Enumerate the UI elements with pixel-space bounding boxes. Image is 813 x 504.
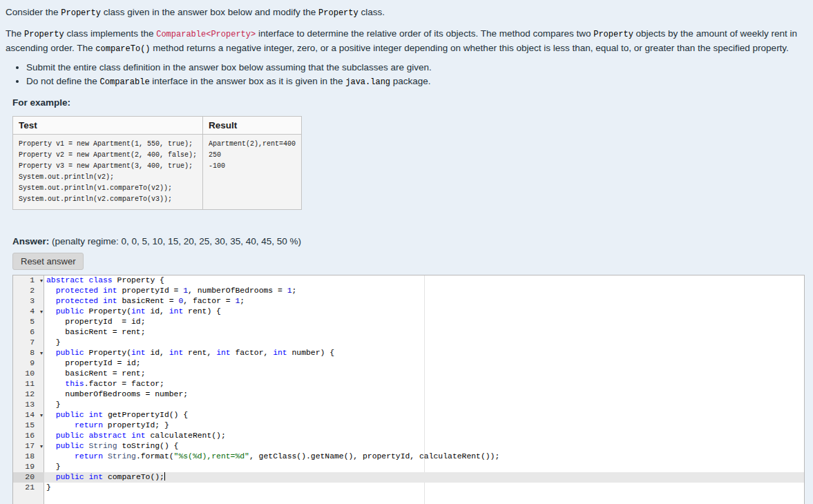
text-run: Submit the entire class definition in th… [26, 62, 432, 72]
text-run: class given in the answer box below and … [101, 7, 318, 17]
question-page: Consider the Property class given in the… [0, 0, 813, 504]
code-line-text[interactable]: } [44, 462, 804, 472]
editor-line-17[interactable]: 17▾ public String toString() { [13, 441, 804, 452]
for-example-label: For example: [12, 97, 805, 108]
editor-line-20[interactable]: 20 public int compareTo(); [13, 472, 804, 483]
line-number: 17▾ [13, 441, 44, 452]
editor-line-2[interactable]: 2 protected int propertyId = 1, numberOf… [13, 286, 804, 296]
text-run: class. [358, 7, 385, 17]
editor-line-11[interactable]: 11 this.factor = factor; [13, 379, 804, 389]
fold-arrow-icon[interactable]: ▾ [40, 348, 43, 358]
line-number-text: 19 [25, 463, 35, 471]
line-number-text: 20 [25, 473, 35, 481]
result-cell: Apartment(2),rent=400 250 -100 [203, 135, 302, 210]
line-number: 5 [13, 317, 44, 327]
code-line-text[interactable]: } [44, 338, 804, 348]
code-line-text[interactable]: basicRent = rent; [44, 369, 804, 379]
line-number-text: 14 [25, 411, 35, 419]
line-number: 4▾ [13, 307, 44, 317]
code-editor[interactable]: 1▾abstract class Property {2 protected i… [12, 275, 805, 504]
inline-code: Property [24, 30, 64, 39]
bullet-item: Do not define the Comparable interface i… [26, 75, 805, 89]
answer-label: Answer: [12, 236, 49, 246]
example-table: Test Result Property v1 = new Apartment(… [12, 116, 302, 210]
code-line-text[interactable]: basicRent = rent; [44, 327, 804, 338]
editor-line-7[interactable]: 7 } [13, 338, 804, 348]
line-number-text: 6 [30, 328, 35, 336]
text-cursor [164, 472, 165, 481]
editor-line-16[interactable]: 16 public abstract int calculateRent(); [13, 431, 804, 441]
editor-line-5[interactable]: 5 propertyId = id; [13, 317, 804, 327]
answer-heading: Answer: (penalty regime: 0, 0, 5, 10, 15… [12, 235, 805, 249]
editor-lines[interactable]: 1▾abstract class Property {2 protected i… [13, 275, 804, 493]
fold-arrow-icon[interactable]: ▾ [40, 410, 43, 420]
code-line-text[interactable]: propertyId = id; [44, 317, 804, 327]
line-number: 8▾ [13, 348, 44, 358]
result-column-header: Result [203, 117, 302, 135]
inline-code: Property [593, 30, 633, 39]
editor-line-14[interactable]: 14▾ public int getPropertyId() { [13, 410, 804, 420]
code-line-text[interactable]: return String.format("%s(%d),rent=%d", g… [44, 452, 804, 462]
editor-line-21[interactable]: 21} [13, 483, 804, 493]
inline-code: Property [61, 8, 101, 18]
editor-line-9[interactable]: 9 propertyId = id; [13, 358, 804, 369]
line-number: 18 [13, 452, 44, 462]
line-number-text: 21 [25, 483, 35, 492]
editor-line-13[interactable]: 13 } [13, 400, 804, 410]
editor-line-6[interactable]: 6 basicRent = rent; [13, 327, 804, 338]
table-row: Property v1 = new Apartment(1, 550, true… [13, 135, 302, 210]
editor-line-15[interactable]: 15 return propertyId; } [13, 420, 804, 431]
code-line-text[interactable]: this.factor = factor; [44, 379, 804, 389]
text-run: class implements the [64, 28, 157, 39]
line-number: 11 [13, 379, 44, 389]
code-line-text[interactable]: } [44, 483, 804, 493]
line-number: 21 [13, 483, 44, 493]
editor-line-3[interactable]: 3 protected int basicRent = 0, factor = … [13, 296, 804, 307]
code-line-text[interactable]: abstract class Property { [44, 275, 804, 286]
line-number-text: 5 [30, 318, 35, 326]
text-run: interface to determine the relative orde… [256, 28, 593, 39]
bullet-item: Submit the entire class definition in th… [26, 61, 805, 75]
penalty-regime-text: (penalty regime: 0, 0, 5, 10, 15, 20, 25… [52, 236, 301, 246]
code-line-text[interactable]: public String toString() { [44, 441, 804, 452]
line-number-text: 2 [30, 287, 35, 295]
question-bullet-list: Submit the entire class definition in th… [6, 61, 805, 89]
code-line-text[interactable]: propertyId = id; [44, 358, 804, 369]
text-run: Consider the [6, 7, 61, 17]
editor-line-18[interactable]: 18 return String.format("%s(%d),rent=%d"… [13, 452, 804, 462]
line-number: 13 [13, 400, 44, 410]
editor-line-1[interactable]: 1▾abstract class Property { [13, 275, 804, 286]
editor-line-10[interactable]: 10 basicRent = rent; [13, 369, 804, 379]
code-line-text[interactable]: numberOfBedrooms = number; [44, 389, 804, 400]
code-line-text[interactable]: public abstract int calculateRent(); [44, 431, 804, 441]
inline-code: Property [318, 8, 358, 18]
text-run: package. [390, 76, 431, 86]
code-line-text[interactable]: public int compareTo(); [44, 472, 804, 483]
text-run: The [6, 28, 24, 39]
code-line-text[interactable]: protected int propertyId = 1, numberOfBe… [44, 286, 804, 296]
line-number-text: 7 [30, 338, 35, 347]
fold-arrow-icon[interactable]: ▾ [40, 275, 43, 286]
code-line-text[interactable]: public Property(int id, int rent) { [44, 307, 804, 317]
fold-arrow-icon[interactable]: ▾ [40, 441, 43, 452]
line-number: 2 [13, 286, 44, 296]
code-line-text[interactable]: protected int basicRent = 0, factor = 1; [44, 296, 804, 307]
code-line-text[interactable]: return propertyId; } [44, 420, 804, 431]
code-line-text[interactable]: public Property(int id, int rent, int fa… [44, 348, 804, 358]
line-number: 7 [13, 338, 44, 348]
editor-line-8[interactable]: 8▾ public Property(int id, int rent, int… [13, 348, 804, 358]
fold-arrow-icon[interactable]: ▾ [40, 307, 43, 317]
question-paragraph-2: The Property class implements the Compar… [6, 27, 805, 56]
editor-line-12[interactable]: 12 numberOfBedrooms = number; [13, 389, 804, 400]
reset-answer-button[interactable]: Reset answer [12, 253, 84, 270]
inline-code: compareTo() [95, 44, 150, 54]
result-code: Apartment(2),rent=400 250 -100 [209, 139, 296, 172]
test-column-header: Test [13, 117, 203, 135]
line-number: 10 [13, 369, 44, 379]
editor-line-19[interactable]: 19 } [13, 462, 804, 472]
editor-line-4[interactable]: 4▾ public Property(int id, int rent) { [13, 307, 804, 317]
line-number: 20 [13, 472, 44, 483]
code-line-text[interactable]: } [44, 400, 804, 410]
code-line-text[interactable]: public int getPropertyId() { [44, 410, 804, 420]
line-number-text: 16 [25, 432, 35, 440]
